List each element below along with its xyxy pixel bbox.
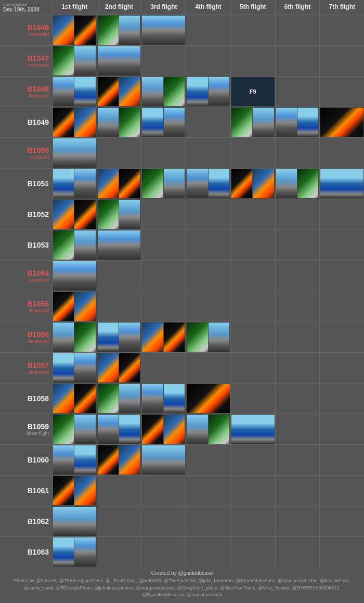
flight-cell — [186, 445, 230, 475]
flight-cell[interactable] — [97, 445, 141, 475]
flight-cell[interactable] — [141, 383, 186, 414]
flight-cell[interactable] — [52, 414, 97, 444]
rocket-thumbnail — [74, 476, 95, 505]
booster-id: B1046 — [28, 23, 49, 32]
rocket-thumbnail — [253, 169, 274, 198]
flight-cell[interactable] — [52, 76, 97, 107]
rocket-thumbnail — [74, 323, 95, 352]
flight-cell — [230, 476, 275, 506]
rocket-thumbnail — [320, 169, 363, 198]
flight-cell — [275, 383, 320, 414]
flight-cell — [97, 537, 141, 567]
flight-cell[interactable] — [141, 169, 186, 199]
flight-cell[interactable] — [319, 107, 364, 137]
flight-cell[interactable] — [141, 322, 186, 352]
flight-cell[interactable] — [141, 445, 186, 475]
booster-id: B1054 — [28, 269, 49, 277]
col-header-4: 4th flight — [186, 0, 230, 15]
flight-cell[interactable] — [230, 107, 275, 137]
booster-id: B1047 — [28, 54, 49, 62]
col-header-2: 2nd flight — [97, 0, 141, 15]
booster-status: latest flight — [27, 431, 49, 436]
flight-cell[interactable]: F9 — [230, 76, 275, 107]
flight-cell — [319, 261, 364, 291]
rocket-thumbnail — [164, 169, 185, 198]
flight-cell[interactable] — [52, 46, 97, 76]
flight-cell[interactable] — [52, 445, 97, 475]
table-row: B1062 — [0, 506, 364, 536]
flight-cell[interactable] — [275, 107, 320, 137]
flight-cell — [230, 353, 275, 383]
flight-cell — [230, 291, 275, 322]
booster-label: B1054expended — [0, 261, 52, 291]
rocket-thumbnail — [119, 353, 140, 382]
flight-cell[interactable] — [186, 414, 230, 444]
flight-cell[interactable] — [141, 15, 186, 45]
flight-cell[interactable] — [97, 169, 141, 199]
flight-cell[interactable] — [230, 169, 275, 199]
flight-cell[interactable] — [319, 169, 364, 199]
rocket-thumbnail — [53, 108, 74, 137]
rocket-thumbnail — [98, 46, 141, 75]
flight-cell[interactable] — [52, 322, 97, 352]
flight-cell[interactable] — [52, 506, 97, 536]
rocket-thumbnail — [98, 200, 119, 229]
flight-cell[interactable] — [52, 476, 97, 506]
rocket-thumbnail — [53, 507, 96, 536]
flight-cell[interactable] — [97, 414, 141, 444]
flight-cell — [230, 383, 275, 414]
flight-cell[interactable] — [52, 107, 97, 137]
flight-cell[interactable] — [52, 291, 97, 322]
flight-cell — [141, 261, 186, 291]
flight-cell[interactable] — [52, 138, 97, 168]
flight-cell — [230, 138, 275, 168]
flight-cell[interactable] — [97, 322, 141, 352]
flight-cell[interactable] — [230, 414, 275, 444]
flight-cell[interactable] — [275, 169, 320, 199]
table-row: B1058 — [0, 383, 364, 414]
flight-cell[interactable] — [186, 76, 230, 107]
rocket-thumbnail — [297, 169, 318, 198]
flight-cell — [186, 230, 230, 260]
flight-cell[interactable] — [186, 169, 230, 199]
rocket-thumbnail — [231, 108, 252, 137]
flight-cell[interactable] — [97, 383, 141, 414]
flight-cell[interactable] — [52, 353, 97, 383]
flight-cell — [97, 476, 141, 506]
flight-cell[interactable] — [52, 15, 97, 45]
flight-cell — [275, 230, 320, 260]
flight-cell — [275, 138, 320, 168]
flight-cell[interactable] — [52, 261, 97, 291]
flight-cell[interactable] — [97, 199, 141, 229]
flight-cell[interactable] — [52, 230, 97, 260]
flight-cell[interactable] — [97, 76, 141, 107]
flight-cell[interactable] — [141, 107, 186, 137]
table-row: B1051 — [0, 168, 364, 199]
rocket-thumbnail — [164, 323, 185, 352]
flight-cell[interactable] — [97, 230, 141, 260]
rocket-thumbnail — [119, 77, 140, 106]
flight-cell[interactable] — [97, 15, 141, 45]
flight-cell[interactable] — [52, 383, 97, 414]
flight-cell[interactable] — [97, 107, 141, 137]
booster-id: B1059 — [28, 422, 49, 431]
flight-cell[interactable] — [186, 322, 230, 352]
col-header-7: 7th flight — [319, 0, 364, 15]
flight-cell[interactable] — [186, 383, 230, 414]
rocket-thumbnail — [53, 261, 96, 290]
rocket-thumbnail — [74, 353, 95, 382]
flight-cell — [319, 414, 364, 444]
flight-cell[interactable] — [97, 46, 141, 76]
flight-cell[interactable] — [141, 414, 186, 444]
flight-cell[interactable] — [52, 169, 97, 199]
flight-cell[interactable] — [52, 537, 97, 567]
flight-cell[interactable] — [52, 199, 97, 229]
flight-cell — [319, 230, 364, 260]
flight-cell — [141, 506, 186, 536]
table-row: B1056destroyed — [0, 322, 364, 352]
rocket-thumbnail — [142, 445, 185, 474]
table-row: B1055destroyed — [0, 291, 364, 322]
flight-cell[interactable] — [141, 76, 186, 107]
flight-cell — [97, 261, 141, 291]
flight-cell[interactable] — [97, 353, 141, 383]
